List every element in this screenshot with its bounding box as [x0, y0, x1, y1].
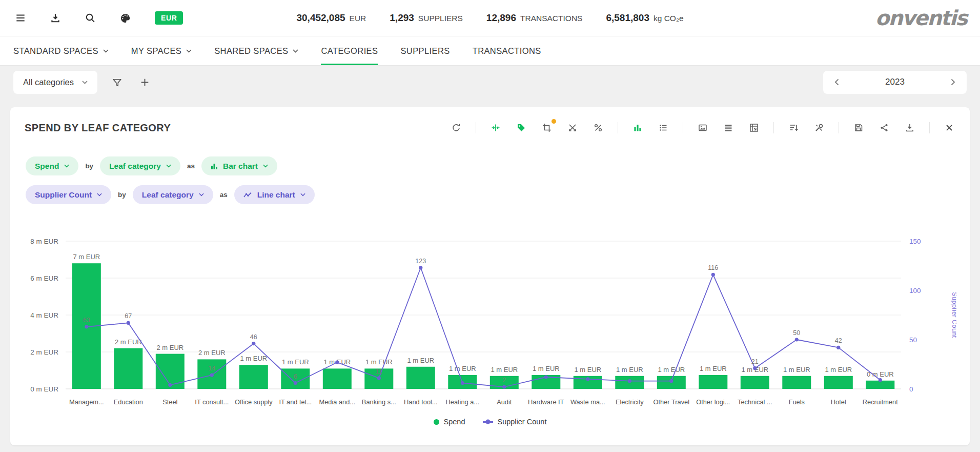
bar-chart-icon[interactable]	[631, 122, 644, 134]
refresh-icon[interactable]	[450, 122, 462, 134]
merge-arrows-icon[interactable]	[489, 122, 502, 134]
crossed-arrows-icon[interactable]	[566, 122, 579, 134]
category-label: Other Travel	[654, 398, 689, 406]
line-point-10[interactable]	[502, 385, 506, 389]
bar-value-label: 1 m EUR	[365, 358, 393, 366]
download-widget-icon[interactable]	[904, 122, 916, 134]
line-value-label: 6	[294, 373, 297, 380]
query-row-spend: Spend by Leaf category as Bar chart	[26, 156, 970, 175]
line-value-label: 116	[708, 264, 718, 271]
hamburger-menu-icon[interactable]	[13, 11, 28, 25]
toolbar-separator	[476, 122, 476, 133]
bar-4[interactable]	[239, 365, 268, 389]
save-icon[interactable]	[852, 122, 865, 134]
line-point-15[interactable]	[711, 273, 715, 277]
chevron-down-icon	[293, 49, 298, 53]
dimension-dropdown-leaf-category[interactable]: Leaf category	[133, 185, 213, 204]
line-point-1[interactable]	[127, 321, 130, 325]
tab-standard-spaces[interactable]: STANDARD SPACES	[13, 36, 120, 65]
stat-value: 12,896	[486, 12, 516, 24]
line-point-3[interactable]	[210, 374, 214, 377]
line-point-6[interactable]	[335, 361, 339, 364]
line-point-7[interactable]	[377, 376, 381, 380]
pill-label: Leaf category	[109, 162, 161, 171]
connector-as: as	[187, 162, 195, 170]
line-point-5[interactable]	[294, 381, 297, 385]
bar-value-label: 1 m EUR	[616, 366, 643, 374]
measure-dropdown-spend[interactable]: Spend	[26, 156, 78, 175]
line-point-9[interactable]	[461, 381, 464, 385]
tab-suppliers[interactable]: SUPPLIERS	[389, 36, 461, 65]
line-point-13[interactable]	[628, 379, 631, 383]
chart-type-dropdown-line[interactable]: Line chart	[234, 185, 315, 204]
measure-dropdown-supplier-count[interactable]: Supplier Count	[26, 185, 111, 204]
dimension-dropdown-leaf-category[interactable]: Leaf category	[100, 156, 180, 175]
pill-label: Leaf category	[142, 190, 194, 200]
category-dropdown[interactable]: All categories	[13, 71, 97, 94]
pill-label: Supplier Count	[35, 190, 92, 200]
tab-transactions[interactable]: TRANSACTIONS	[461, 36, 553, 65]
download-icon[interactable]	[48, 11, 63, 25]
bar-15[interactable]	[699, 375, 727, 389]
share-icon[interactable]	[878, 122, 890, 134]
percent-icon[interactable]	[592, 122, 604, 134]
crop-icon[interactable]	[541, 122, 553, 134]
search-icon[interactable]	[83, 11, 97, 25]
filter-icon[interactable]	[109, 74, 125, 90]
tab-categories[interactable]: CATEGORIES	[310, 36, 389, 65]
bar-16[interactable]	[741, 376, 769, 389]
line-point-17[interactable]	[795, 338, 799, 341]
line-point-4[interactable]	[252, 342, 255, 345]
legend-item-supplier-count[interactable]: Supplier Count	[483, 418, 547, 426]
tab-my-spaces[interactable]: MY SPACES	[120, 36, 203, 65]
tag-icon[interactable]	[515, 122, 527, 134]
chart-type-dropdown-bar[interactable]: Bar chart	[201, 156, 277, 175]
chevron-down-icon	[64, 164, 69, 168]
palette-icon[interactable]	[118, 11, 132, 25]
bar-value-label: 7 m EUR	[73, 253, 100, 261]
line-point-8[interactable]	[419, 266, 422, 269]
line-point-18[interactable]	[836, 346, 840, 349]
bar-8[interactable]	[406, 367, 435, 389]
category-label: Waste ma...	[570, 398, 605, 406]
image-icon[interactable]	[697, 122, 709, 134]
right-axis-tick: 150	[909, 238, 921, 245]
category-label: Other logi...	[696, 398, 730, 406]
tab-shared-spaces[interactable]: SHARED SPACES	[203, 36, 310, 65]
category-label: Managem...	[69, 398, 104, 406]
stat-unit: SUPPLIERS	[418, 14, 463, 23]
bar-17[interactable]	[782, 376, 811, 389]
close-icon[interactable]	[943, 122, 955, 134]
connector-by: by	[85, 162, 93, 170]
line-point-2[interactable]	[168, 383, 172, 387]
bar-6[interactable]	[323, 368, 352, 389]
right-axis-label: Supplier Count	[951, 292, 956, 338]
bar-1[interactable]	[114, 348, 142, 389]
bar-18[interactable]	[824, 376, 853, 389]
category-label: Steel	[162, 398, 177, 406]
legend-item-spend[interactable]: Spend	[434, 418, 465, 426]
line-point-11[interactable]	[544, 375, 548, 379]
add-icon[interactable]	[136, 74, 153, 90]
left-axis-tick: 8 m EUR	[30, 238, 58, 245]
tab-label: STANDARD SPACES	[13, 46, 98, 56]
main-nav: STANDARD SPACES MY SPACES SHARED SPACES …	[0, 36, 980, 66]
chevron-left-icon[interactable]	[830, 76, 843, 88]
category-label: Audit	[497, 398, 512, 406]
line-point-16[interactable]	[753, 366, 757, 370]
table-rows-icon[interactable]	[722, 122, 734, 134]
spend-by-leaf-category-chart[interactable]: 0 m EUR2 m EUR4 m EUR6 m EUR8 m EUR05010…	[22, 212, 956, 414]
line-point-19[interactable]	[879, 378, 882, 382]
pivot-icon[interactable]	[748, 122, 760, 134]
tools-icon[interactable]	[813, 122, 825, 134]
category-label: Hardware IT	[528, 398, 564, 406]
chevron-right-icon[interactable]	[947, 76, 959, 88]
line-point-0[interactable]	[85, 325, 88, 328]
line-point-12[interactable]	[586, 377, 589, 381]
stat-total-spend: 30,452,085 EUR	[296, 12, 366, 24]
line-point-14[interactable]	[669, 379, 673, 383]
stat-unit: EUR	[350, 14, 366, 23]
list-icon[interactable]	[657, 122, 669, 134]
sort-icon[interactable]	[787, 122, 800, 134]
currency-badge[interactable]: EUR	[155, 11, 183, 25]
